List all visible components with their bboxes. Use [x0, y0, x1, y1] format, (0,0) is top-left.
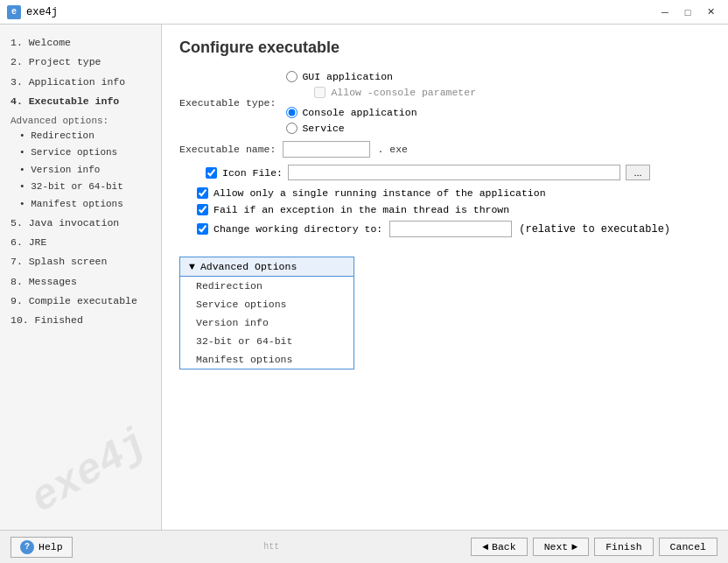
advanced-option-redirection[interactable]: Redirection	[180, 277, 354, 295]
browse-button[interactable]: ...	[626, 165, 650, 180]
finish-button[interactable]: Finish	[594, 538, 653, 556]
executable-name-label: Executable name:	[179, 144, 276, 155]
allow-console-row: Allow -console parameter	[314, 87, 476, 98]
sidebar-sub-32-64-bit[interactable]: • 32-bit or 64-bit	[7, 179, 154, 196]
service-radio-item: Service	[286, 123, 476, 134]
sidebar-item-project-type[interactable]: 2. Project type	[7, 53, 154, 72]
gui-app-label: GUI application	[302, 71, 393, 82]
advanced-option-manifest-options[interactable]: Manifest options	[180, 350, 354, 369]
executable-name-input[interactable]: myapp	[283, 141, 370, 158]
footer-right: ◄ Back Next ► Finish Cancel	[471, 538, 718, 556]
content-area: Configure executable Executable type: GU…	[162, 25, 728, 530]
service-label: Service	[302, 123, 344, 134]
help-label: Help	[38, 541, 63, 552]
app-icon: e	[7, 5, 21, 19]
sidebar-sub-version-info[interactable]: • Version info	[7, 162, 154, 179]
footer-center: htt	[263, 542, 279, 552]
executable-type-row: Executable type: GUI application Allow -…	[179, 71, 710, 134]
dropdown-arrow-icon: ▼	[189, 261, 195, 272]
sidebar-item-messages[interactable]: 8. Messages	[7, 272, 154, 292]
working-dir-suffix: (relative to executable)	[519, 223, 670, 236]
icon-file-row: Icon File: C:\Users\Admin\Desktop\myapp\…	[179, 165, 710, 180]
next-label: Next	[544, 541, 569, 552]
advanced-options-container: ▼ Advanced Options Redirection Service o…	[179, 257, 354, 369]
icon-file-checkbox[interactable]	[206, 167, 217, 179]
advanced-option-32-64-bit[interactable]: 32-bit or 64-bit	[180, 332, 354, 350]
exe-type-radio-group: GUI application Allow -console parameter…	[286, 71, 476, 134]
icon-file-path-input[interactable]: C:\Users\Admin\Desktop\myapp\Microsoft_E…	[288, 165, 620, 180]
footer: ? Help htt ◄ Back Next ► Finish Cancel	[0, 530, 728, 563]
help-icon: ?	[20, 540, 34, 554]
single-instance-label: Allow only a single running instance of …	[214, 187, 546, 199]
gui-app-radio-item: GUI application	[286, 71, 476, 82]
close-button[interactable]: ✕	[700, 4, 721, 20]
console-app-radio[interactable]	[286, 107, 298, 118]
title-bar: e exe4j ─ □ ✕	[0, 0, 728, 25]
back-button[interactable]: ◄ Back	[471, 538, 528, 556]
executable-name-row: Executable name: myapp . exe	[179, 141, 710, 158]
minimize-button[interactable]: ─	[654, 4, 676, 20]
single-instance-checkbox-item: Allow only a single running instance of …	[197, 187, 710, 199]
service-radio[interactable]	[286, 123, 298, 134]
executable-type-label: Executable type:	[179, 97, 276, 109]
title-bar-left: e exe4j	[7, 5, 58, 19]
advanced-options-list: Redirection Service options Version info…	[180, 277, 354, 369]
sidebar-item-app-info[interactable]: 3. Application info	[7, 73, 154, 92]
fail-exception-checkbox-item: Fail if an exception in the main thread …	[197, 204, 710, 215]
icon-file-checkbox-item: Icon File:	[179, 167, 283, 179]
advanced-options-header[interactable]: ▼ Advanced Options	[180, 257, 354, 277]
advanced-option-version-info[interactable]: Version info	[180, 313, 354, 332]
working-dir-checkbox-item: Change working directory to:	[197, 223, 382, 235]
exe-suffix: . exe	[377, 144, 408, 155]
main-container: 1. Welcome 2. Project type 3. Applicatio…	[0, 25, 728, 530]
advanced-options-header-label: Advanced Options	[200, 261, 297, 272]
console-app-label: Console application	[302, 107, 416, 118]
working-dir-label: Change working directory to:	[214, 223, 382, 235]
back-arrow-icon: ◄	[482, 541, 488, 552]
sidebar-sub-redirection[interactable]: • Redirection	[7, 128, 154, 145]
working-dir-input[interactable]	[389, 221, 512, 237]
help-button[interactable]: ? Help	[10, 537, 73, 558]
fail-exception-row: Fail if an exception in the main thread …	[179, 204, 710, 215]
maximize-button[interactable]: □	[677, 4, 698, 20]
advanced-options-label: Advanced options:	[7, 114, 154, 128]
working-dir-row: Change working directory to: (relative t…	[179, 221, 710, 237]
single-instance-checkbox[interactable]	[197, 187, 208, 199]
sidebar-item-finished[interactable]: 10. Finished	[7, 311, 154, 330]
sidebar-item-java-invocation[interactable]: 5. Java invocation	[7, 214, 154, 233]
sidebar-item-exe-info[interactable]: 4. Executable info	[7, 92, 154, 111]
sidebar-item-splash-screen[interactable]: 7. Splash screen	[7, 252, 154, 271]
sidebar-sub-service-options[interactable]: • Service options	[7, 144, 154, 162]
fail-exception-checkbox[interactable]	[197, 204, 208, 215]
fail-exception-label: Fail if an exception in the main thread …	[214, 204, 509, 215]
allow-console-checkbox[interactable]	[314, 87, 326, 98]
sidebar-sub-manifest-options[interactable]: • Manifest options	[7, 196, 154, 214]
allow-console-checkbox-item: Allow -console parameter	[314, 87, 476, 98]
advanced-option-service-options[interactable]: Service options	[180, 295, 354, 313]
icon-file-label: Icon File:	[222, 167, 283, 179]
sidebar-item-jre[interactable]: 6. JRE	[7, 233, 154, 252]
back-label: Back	[492, 541, 516, 552]
footer-center-text: htt	[263, 542, 279, 552]
sidebar: 1. Welcome 2. Project type 3. Applicatio…	[0, 25, 162, 530]
title-bar-controls: ─ □ ✕	[654, 4, 721, 20]
working-dir-checkbox[interactable]	[197, 223, 208, 235]
next-arrow-icon: ►	[571, 541, 578, 552]
gui-app-radio[interactable]	[286, 71, 298, 82]
next-button[interactable]: Next ►	[533, 538, 590, 556]
cancel-button[interactable]: Cancel	[659, 538, 718, 556]
watermark: exe4j	[23, 419, 156, 524]
allow-console-label: Allow -console parameter	[331, 87, 476, 98]
title-bar-title: exe4j	[26, 6, 58, 18]
sidebar-item-compile-exe[interactable]: 9. Compile executable	[7, 292, 154, 311]
page-title: Configure executable	[179, 39, 710, 57]
single-instance-row: Allow only a single running instance of …	[179, 187, 710, 199]
console-app-radio-item: Console application	[286, 107, 476, 118]
sidebar-item-welcome[interactable]: 1. Welcome	[7, 33, 154, 53]
footer-left: ? Help	[10, 537, 73, 558]
